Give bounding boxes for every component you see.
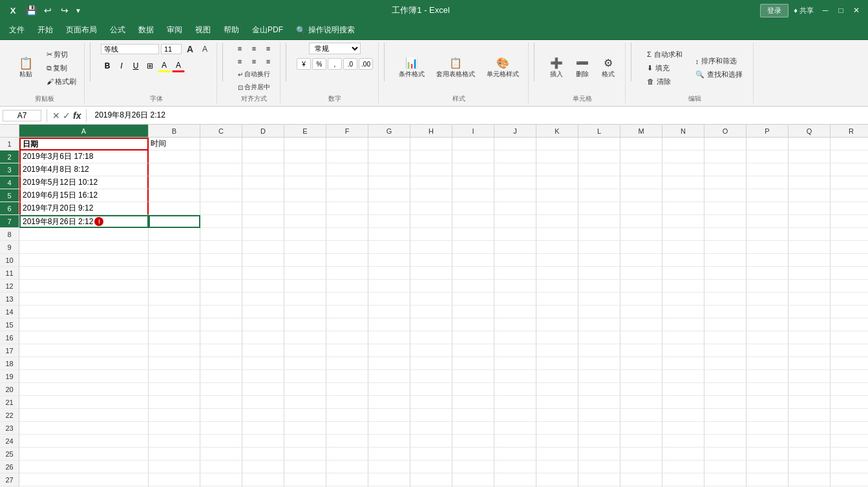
cell-M6[interactable]: [620, 202, 662, 215]
cell-B20[interactable]: [149, 383, 200, 396]
cell-B5[interactable]: [149, 189, 200, 202]
cell-C16[interactable]: [200, 331, 242, 344]
cell-K19[interactable]: [536, 370, 578, 383]
row-num-4[interactable]: 4: [0, 176, 19, 189]
cell-E17[interactable]: [284, 344, 326, 357]
cell-R8[interactable]: [831, 228, 868, 241]
col-header-L[interactable]: L: [578, 125, 620, 137]
cell-K1[interactable]: [536, 138, 578, 150]
delete-button[interactable]: ➖ 删除: [571, 56, 594, 80]
row-num-18[interactable]: 18: [0, 357, 19, 370]
cell-B21[interactable]: [149, 396, 200, 409]
align-middle-center[interactable]: ≡: [248, 56, 260, 67]
cell-P11[interactable]: [746, 267, 789, 280]
cell-I2[interactable]: [452, 150, 494, 163]
cell-C11[interactable]: [200, 267, 242, 280]
cell-M8[interactable]: [620, 228, 662, 241]
cell-H1[interactable]: [410, 138, 452, 150]
cell-L13[interactable]: [578, 293, 620, 306]
cell-E13[interactable]: [284, 293, 326, 306]
cell-A21[interactable]: [19, 396, 149, 409]
cell-Q18[interactable]: [789, 357, 831, 370]
cell-J14[interactable]: [494, 306, 536, 318]
cell-D25[interactable]: [242, 448, 284, 461]
cell-J10[interactable]: [494, 254, 536, 267]
cell-A2[interactable]: 2019年3月6日 17:18: [19, 150, 149, 163]
cell-F23[interactable]: [326, 422, 368, 435]
cell-J11[interactable]: [494, 267, 536, 280]
cell-R4[interactable]: [831, 176, 868, 189]
cell-L22[interactable]: [578, 409, 620, 422]
cell-L19[interactable]: [578, 370, 620, 383]
cell-N8[interactable]: [662, 228, 704, 241]
cell-A25[interactable]: [19, 448, 149, 461]
cell-C5[interactable]: [200, 189, 242, 202]
cell-P17[interactable]: [746, 344, 789, 357]
row-num-27[interactable]: 27: [0, 473, 19, 486]
cell-B18[interactable]: [149, 357, 200, 370]
cell-M15[interactable]: [620, 318, 662, 331]
cell-P6[interactable]: [746, 202, 789, 215]
cell-M16[interactable]: [620, 331, 662, 344]
cell-J12[interactable]: [494, 280, 536, 293]
cell-Q4[interactable]: [789, 176, 831, 189]
cell-H23[interactable]: [410, 422, 452, 435]
cell-F16[interactable]: [326, 331, 368, 344]
row-num-11[interactable]: 11: [0, 267, 19, 280]
cell-A9[interactable]: [19, 241, 149, 254]
cell-H25[interactable]: [410, 448, 452, 461]
cell-B1[interactable]: 时间: [149, 138, 200, 150]
cell-L12[interactable]: [578, 280, 620, 293]
font-size-input[interactable]: [161, 44, 182, 54]
cell-H7[interactable]: [410, 215, 452, 228]
cell-C8[interactable]: [200, 228, 242, 241]
menu-item-search[interactable]: 🔍 操作说明搜索: [290, 22, 361, 38]
cell-J15[interactable]: [494, 318, 536, 331]
menu-item-wps-pdf[interactable]: 金山PDF: [246, 22, 290, 38]
cell-I9[interactable]: [452, 241, 494, 254]
find-select-button[interactable]: 🔍 查找和选择: [690, 68, 748, 81]
cell-M10[interactable]: [620, 254, 662, 267]
cell-O15[interactable]: [704, 318, 746, 331]
cell-Q10[interactable]: [789, 254, 831, 267]
row-num-14[interactable]: 14: [0, 306, 19, 318]
cell-D9[interactable]: [242, 241, 284, 254]
cell-A22[interactable]: [19, 409, 149, 422]
cell-N5[interactable]: [662, 189, 704, 202]
cell-P15[interactable]: [746, 318, 789, 331]
cell-O4[interactable]: [704, 176, 746, 189]
cell-R22[interactable]: [831, 409, 868, 422]
cell-O2[interactable]: [704, 150, 746, 163]
cell-C22[interactable]: [200, 409, 242, 422]
cell-O13[interactable]: [704, 293, 746, 306]
cell-M24[interactable]: [620, 435, 662, 448]
row-num-17[interactable]: 17: [0, 344, 19, 357]
cell-L15[interactable]: [578, 318, 620, 331]
cell-F26[interactable]: [326, 461, 368, 473]
cell-R19[interactable]: [831, 370, 868, 383]
cell-A26[interactable]: [19, 461, 149, 473]
cell-F4[interactable]: [326, 176, 368, 189]
cell-I12[interactable]: [452, 280, 494, 293]
cell-E11[interactable]: [284, 267, 326, 280]
cell-H2[interactable]: [410, 150, 452, 163]
auto-wrap-button[interactable]: ↵ 自动换行: [235, 68, 273, 80]
cell-I24[interactable]: [452, 435, 494, 448]
cell-E16[interactable]: [284, 331, 326, 344]
cell-B13[interactable]: [149, 293, 200, 306]
percent-button[interactable]: %: [312, 58, 326, 70]
cell-G27[interactable]: [368, 473, 410, 486]
cell-C9[interactable]: [200, 241, 242, 254]
cell-I5[interactable]: [452, 189, 494, 202]
cell-P19[interactable]: [746, 370, 789, 383]
row-num-20[interactable]: 20: [0, 383, 19, 396]
cell-K18[interactable]: [536, 357, 578, 370]
cell-O1[interactable]: [704, 138, 746, 150]
col-header-C[interactable]: C: [200, 125, 242, 137]
cell-F12[interactable]: [326, 280, 368, 293]
cell-I27[interactable]: [452, 473, 494, 486]
cell-C19[interactable]: [200, 370, 242, 383]
cell-C21[interactable]: [200, 396, 242, 409]
row-num-15[interactable]: 15: [0, 318, 19, 331]
cell-L3[interactable]: [578, 163, 620, 176]
